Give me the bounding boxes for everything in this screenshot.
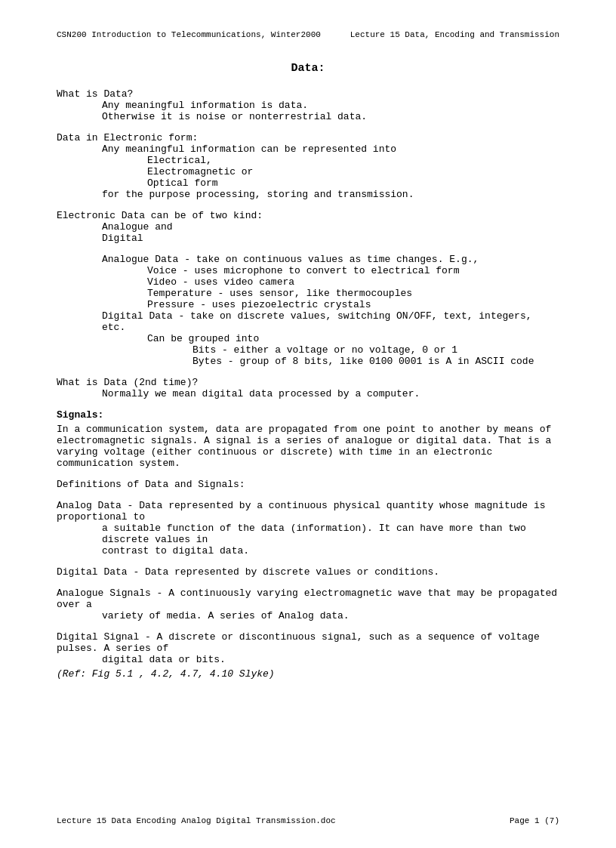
digital-data-definition: Digital Data - Data represented by discr… bbox=[57, 566, 559, 578]
purpose-processing: for the purpose processing, storing and … bbox=[102, 189, 559, 200]
analogue-data-desc: Analogue Data - take on continuous value… bbox=[102, 254, 559, 265]
footer-left: Lecture 15 Data Encoding Analog Digital … bbox=[57, 816, 336, 825]
ref-text: (Ref: Fig 5.1 , 4.2, 4.7, 4.10 Slyke) bbox=[57, 668, 559, 680]
page: CSN200 Introduction to Telecommunication… bbox=[0, 0, 616, 848]
section-signals: Signals: In a communication system, data… bbox=[57, 409, 559, 469]
can-be-grouped: Can be grouped into bbox=[147, 333, 559, 344]
analogue-signals-definition: Analogue Signals - A continuously varyin… bbox=[57, 587, 559, 610]
page-title: Data: bbox=[57, 62, 559, 75]
any-meaningful: Any meaningful information is data. bbox=[102, 100, 559, 111]
section-analogue-digital: Analogue Data - take on continuous value… bbox=[57, 254, 559, 367]
analog-data-definition-3: contrast to digital data. bbox=[102, 545, 559, 557]
any-meaningful-electronic: Any meaningful information can be repres… bbox=[102, 143, 559, 155]
section-what-is-data: What is Data? Any meaningful information… bbox=[57, 88, 559, 122]
footer-right: Page 1 (7) bbox=[510, 816, 559, 825]
electromagnetic: Electromagnetic or bbox=[147, 166, 559, 177]
pressure-desc: Pressure - uses piezoelectric crystals bbox=[147, 299, 559, 310]
page-footer: Lecture 15 Data Encoding Analog Digital … bbox=[57, 816, 559, 825]
normally-mean: Normally we mean digital data processed … bbox=[102, 388, 559, 399]
section-definitions-heading: Definitions of Data and Signals: bbox=[57, 479, 559, 490]
analog-data-definition: Analog Data - Data represented by a cont… bbox=[57, 500, 559, 523]
definitions-heading: Definitions of Data and Signals: bbox=[57, 479, 559, 490]
signals-heading: Signals: bbox=[57, 409, 559, 421]
section-digital-signal-def: Digital Signal - A discrete or discontin… bbox=[57, 631, 559, 680]
section-data-electronic: Data in Electronic form: Any meaningful … bbox=[57, 132, 559, 200]
header-left: CSN200 Introduction to Telecommunication… bbox=[57, 30, 321, 39]
header-right: Lecture 15 Data, Encoding and Transmissi… bbox=[350, 30, 559, 39]
data-electronic-heading: Data in Electronic form: bbox=[57, 132, 559, 143]
analogue-and: Analogue and bbox=[102, 221, 559, 233]
signals-description: In a communication system, data are prop… bbox=[57, 424, 559, 469]
analogue-signals-definition-2: variety of media. A series of Analog dat… bbox=[102, 610, 559, 621]
analog-data-definition-2: a suitable function of the data (informa… bbox=[102, 523, 559, 545]
bits-desc: Bits - either a voltage or no voltage, 0… bbox=[192, 344, 559, 356]
digital-signal-definition: Digital Signal - A discrete or discontin… bbox=[57, 631, 559, 654]
section-digital-data-def: Digital Data - Data represented by discr… bbox=[57, 566, 559, 578]
section-what-is-data-2nd: What is Data (2nd time)? Normally we mea… bbox=[57, 377, 559, 399]
video-desc: Video - uses video camera bbox=[147, 276, 559, 288]
section-analogue-signals-def: Analogue Signals - A continuously varyin… bbox=[57, 587, 559, 621]
electronic-data-kinds: Electronic Data can be of two kind: bbox=[57, 210, 559, 221]
temperature-desc: Temperature - uses sensor, like thermoco… bbox=[147, 288, 559, 299]
section-analog-data-def: Analog Data - Data represented by a cont… bbox=[57, 500, 559, 557]
voice-desc: Voice - uses microphone to convert to el… bbox=[147, 265, 559, 276]
electrical: Electrical, bbox=[147, 155, 559, 166]
what-is-data-heading: What is Data? bbox=[57, 88, 559, 100]
digital-data-desc: Digital Data - take on discrete values, … bbox=[102, 310, 559, 333]
digital-signal-definition-2: digital data or bits. bbox=[102, 654, 559, 665]
section-electronic-kinds: Electronic Data can be of two kind: Anal… bbox=[57, 210, 559, 244]
digital: Digital bbox=[102, 233, 559, 244]
what-is-data-2nd-heading: What is Data (2nd time)? bbox=[57, 377, 559, 388]
otherwise: Otherwise it is noise or nonterrestrial … bbox=[102, 111, 559, 122]
bytes-desc: Bytes - group of 8 bits, like 0100 0001 … bbox=[192, 356, 559, 367]
page-header: CSN200 Introduction to Telecommunication… bbox=[57, 30, 559, 39]
optical: Optical form bbox=[147, 177, 559, 189]
